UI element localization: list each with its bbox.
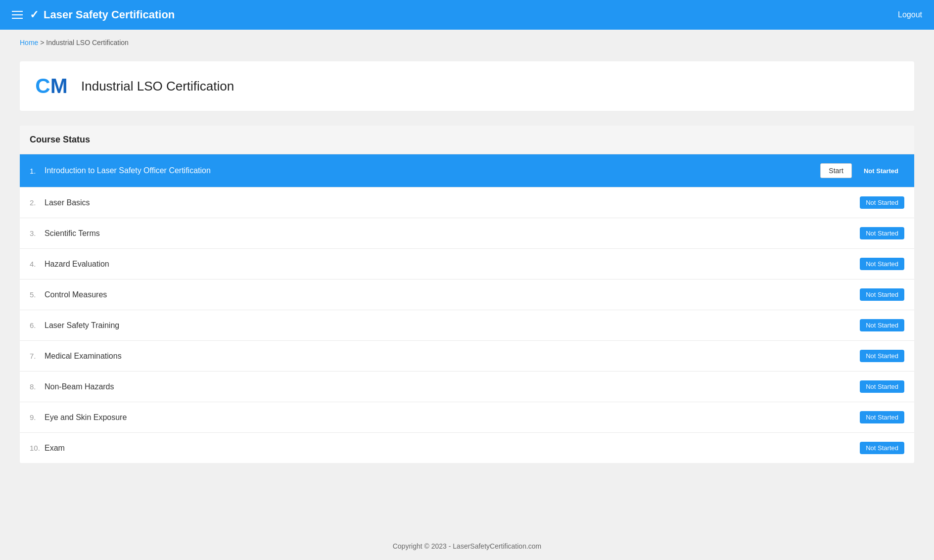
breadcrumb-home[interactable]: Home — [20, 39, 38, 47]
footer: Copyright © 2023 - LaserSafetyCertificat… — [0, 532, 934, 560]
course-status-section: Course Status 1.Introduction to Laser Sa… — [20, 126, 914, 463]
course-logo: CM — [32, 71, 71, 101]
course-item-name: Laser Basics — [45, 198, 860, 207]
course-item-name: Control Measures — [45, 290, 860, 299]
course-item-name: Eye and Skin Exposure — [45, 413, 860, 422]
course-item-actions: Not Started — [860, 227, 904, 239]
status-badge: Not Started — [860, 319, 904, 331]
header: ✓ Laser Safety Certification Logout — [0, 0, 934, 30]
course-item[interactable]: 5.Control MeasuresNot Started — [20, 280, 914, 310]
course-status-header: Course Status — [20, 126, 914, 154]
site-title: Laser Safety Certification — [44, 8, 175, 21]
status-badge: Not Started — [860, 350, 904, 362]
header-left: ✓ Laser Safety Certification — [12, 8, 175, 21]
course-item-actions: Not Started — [860, 411, 904, 423]
breadcrumb: Home > Industrial LSO Certification — [0, 30, 934, 51]
course-item-actions: Not Started — [860, 380, 904, 393]
course-item[interactable]: 1.Introduction to Laser Safety Officer C… — [20, 154, 914, 187]
course-item-number: 1. — [30, 167, 45, 175]
course-item[interactable]: 10.ExamNot Started — [20, 433, 914, 463]
course-items-list: 1.Introduction to Laser Safety Officer C… — [20, 154, 914, 463]
status-badge: Not Started — [860, 442, 904, 454]
course-item-actions: Not Started — [860, 350, 904, 362]
course-item-actions: Not Started — [860, 288, 904, 301]
start-button[interactable]: Start — [820, 163, 852, 178]
page-content: CM Industrial LSO Certification Course S… — [0, 51, 934, 532]
course-item-number: 8. — [30, 382, 45, 391]
course-header: CM Industrial LSO Certification — [20, 61, 914, 111]
header-title-group: ✓ Laser Safety Certification — [30, 8, 175, 21]
logo-c: C — [35, 74, 50, 97]
course-item[interactable]: 7.Medical ExaminationsNot Started — [20, 341, 914, 372]
course-item[interactable]: 6.Laser Safety TrainingNot Started — [20, 310, 914, 341]
course-item[interactable]: 2.Laser BasicsNot Started — [20, 187, 914, 218]
course-item-name: Scientific Terms — [45, 229, 860, 238]
footer-text: Copyright © 2023 - LaserSafetyCertificat… — [393, 542, 542, 550]
logo-m: M — [50, 74, 68, 97]
course-item[interactable]: 9.Eye and Skin ExposureNot Started — [20, 402, 914, 433]
status-badge: Not Started — [860, 288, 904, 301]
course-item-actions: Not Started — [860, 442, 904, 454]
status-badge: Not Started — [860, 196, 904, 209]
course-item-actions: Not Started — [860, 196, 904, 209]
status-badge: Not Started — [860, 227, 904, 239]
course-item-number: 5. — [30, 290, 45, 299]
status-badge: Not Started — [860, 380, 904, 393]
course-item-number: 7. — [30, 352, 45, 360]
course-item-actions: Not Started — [860, 258, 904, 270]
hamburger-icon[interactable] — [12, 11, 23, 19]
status-badge: Not Started — [858, 165, 904, 177]
breadcrumb-current: Industrial LSO Certification — [46, 39, 129, 47]
status-badge: Not Started — [860, 258, 904, 270]
breadcrumb-separator: > — [40, 39, 46, 47]
course-item-name: Medical Examinations — [45, 352, 860, 361]
status-badge: Not Started — [860, 411, 904, 423]
course-item-number: 2. — [30, 198, 45, 207]
course-title: Industrial LSO Certification — [81, 79, 234, 94]
course-item-name: Introduction to Laser Safety Officer Cer… — [45, 166, 820, 175]
course-item-actions: Not Started — [860, 319, 904, 331]
course-logo-letters: CM — [35, 76, 67, 96]
course-item[interactable]: 8.Non-Beam HazardsNot Started — [20, 372, 914, 402]
course-item-number: 10. — [30, 444, 45, 452]
course-item-number: 3. — [30, 229, 45, 237]
course-item-name: Hazard Evaluation — [45, 260, 860, 269]
course-item-name: Laser Safety Training — [45, 321, 860, 330]
course-item-number: 9. — [30, 413, 45, 421]
check-icon: ✓ — [30, 8, 39, 21]
course-item-number: 4. — [30, 260, 45, 268]
course-item-number: 6. — [30, 321, 45, 329]
course-item-name: Exam — [45, 444, 860, 453]
course-item-name: Non-Beam Hazards — [45, 382, 860, 391]
course-item[interactable]: 3.Scientific TermsNot Started — [20, 218, 914, 249]
course-item[interactable]: 4.Hazard EvaluationNot Started — [20, 249, 914, 280]
logout-button[interactable]: Logout — [898, 10, 922, 19]
course-item-actions: StartNot Started — [820, 163, 904, 178]
